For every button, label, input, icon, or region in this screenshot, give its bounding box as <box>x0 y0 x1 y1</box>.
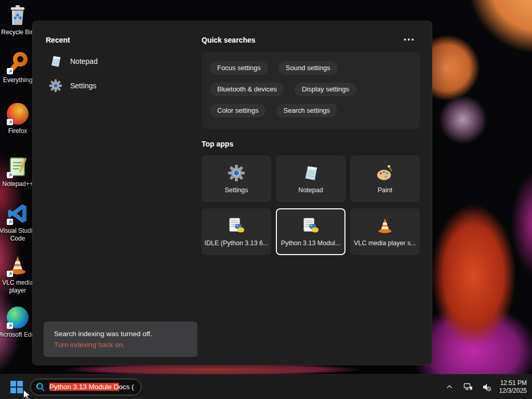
shortcut-arrow-icon <box>7 172 13 178</box>
top-app-tile-notepad[interactable]: Notepad <box>276 155 345 202</box>
search-query-selected-text: Python 3.13 Module D <box>49 383 119 391</box>
search-query-text: Python 3.13 Module Docs ( <box>49 383 134 391</box>
more-options-button[interactable]: ●●● <box>404 37 415 42</box>
firefox-icon <box>6 102 30 126</box>
vscode-icon <box>6 202 30 225</box>
desktop-icon-label: Firefox <box>8 127 28 135</box>
top-app-tile-paint[interactable]: Paint <box>350 155 420 202</box>
top-app-tile-settings[interactable]: Settings <box>202 155 271 202</box>
top-apps-grid: Settings Notepad Paint <box>202 155 420 255</box>
top-app-label: Python 3.13 Modul... <box>281 240 341 247</box>
recent-item-notepad[interactable]: Notepad <box>46 54 101 69</box>
taskbar-search-input[interactable]: Python 3.13 Module Docs ( <box>30 379 141 395</box>
top-app-label: Paint <box>378 187 393 194</box>
paint-icon <box>376 164 394 182</box>
desktop-icon-label: Notepad++ <box>2 180 33 188</box>
vlc-icon <box>376 217 394 235</box>
notepad-icon <box>49 55 62 68</box>
volume-tray-button[interactable] <box>481 379 493 395</box>
quick-searches-card: Focus settings Sound settings Bluetooth … <box>202 52 420 129</box>
windows-logo-icon <box>10 381 23 393</box>
recent-item-label: Settings <box>70 82 97 90</box>
desktop-icon-label: Recycle Bin <box>1 29 34 36</box>
everything-icon <box>6 51 30 75</box>
indexing-notice-message: Search indexing was turned off. <box>54 328 187 339</box>
edge-icon <box>6 305 30 329</box>
recent-section-title: Recent <box>46 36 70 44</box>
shortcut-arrow-icon <box>7 68 13 74</box>
indexing-notice: Search indexing was turned off. Turn ind… <box>44 322 197 357</box>
volume-muted-icon <box>482 382 491 392</box>
quick-search-pill[interactable]: Focus settings <box>210 61 268 75</box>
desktop-icon-label: Everything <box>3 76 33 84</box>
notepadpp-icon <box>6 155 30 179</box>
quick-search-pill[interactable]: Sound settings <box>278 61 338 75</box>
recent-item-label: Notepad <box>70 57 98 65</box>
shortcut-arrow-icon <box>7 271 13 277</box>
indexing-notice-link[interactable]: Turn indexing back on. <box>54 339 187 350</box>
quick-search-pill[interactable]: Search settings <box>276 104 337 117</box>
quick-searches-title: Quick searches <box>202 36 256 44</box>
recent-item-settings[interactable]: Settings <box>46 78 101 94</box>
quick-search-pill[interactable]: Display settings <box>295 83 356 96</box>
shortcut-arrow-icon <box>7 119 13 125</box>
search-query-rest-text: ocs ( <box>119 383 134 391</box>
shortcut-arrow-icon <box>7 323 13 329</box>
quick-search-pill[interactable]: Color settings <box>210 104 265 117</box>
tray-overflow-button[interactable] <box>443 379 456 395</box>
vlc-icon <box>6 254 30 277</box>
top-app-label: Settings <box>224 187 248 194</box>
top-apps-title: Top apps <box>202 140 233 148</box>
quick-search-pill[interactable]: Bluetooth & devices <box>210 83 284 96</box>
search-icon <box>36 382 45 392</box>
start-button[interactable] <box>6 377 27 397</box>
search-flyout-panel: Recent Notepad <box>32 21 432 365</box>
notepad-icon <box>302 164 320 182</box>
settings-gear-icon <box>228 164 245 182</box>
top-app-tile-python-module-docs[interactable]: Python 3.13 Modul... <box>276 208 345 255</box>
clock-time: 12:51 PM <box>499 379 527 387</box>
taskbar: Python 3.13 Module Docs ( <box>0 374 532 399</box>
settings-gear-icon <box>49 79 62 92</box>
recycle-bin-icon <box>6 3 30 27</box>
chevron-up-icon <box>446 383 453 391</box>
desktop: { "colors": { "panel_bg": "#1f1f1f", "ca… <box>0 0 532 399</box>
top-app-label: Notepad <box>298 187 323 194</box>
shortcut-arrow-icon <box>7 219 13 225</box>
python-doc-icon <box>228 217 245 235</box>
network-tray-button[interactable] <box>462 379 474 395</box>
system-tray: 12:51 PM 12/3/2025 <box>443 379 532 395</box>
ethernet-network-icon <box>463 382 473 392</box>
taskbar-clock[interactable]: 12:51 PM 12/3/2025 <box>499 379 527 395</box>
top-app-tile-vlc[interactable]: VLC media player s... <box>350 208 420 255</box>
top-app-label: IDLE (Python 3.13 6... <box>205 240 269 247</box>
top-app-tile-idle[interactable]: IDLE (Python 3.13 6... <box>202 208 271 255</box>
python-doc-icon <box>302 217 320 235</box>
recent-list: Notepad Settings <box>46 54 101 94</box>
top-app-label: VLC media player s... <box>354 240 416 247</box>
clock-date: 12/3/2025 <box>499 387 527 395</box>
